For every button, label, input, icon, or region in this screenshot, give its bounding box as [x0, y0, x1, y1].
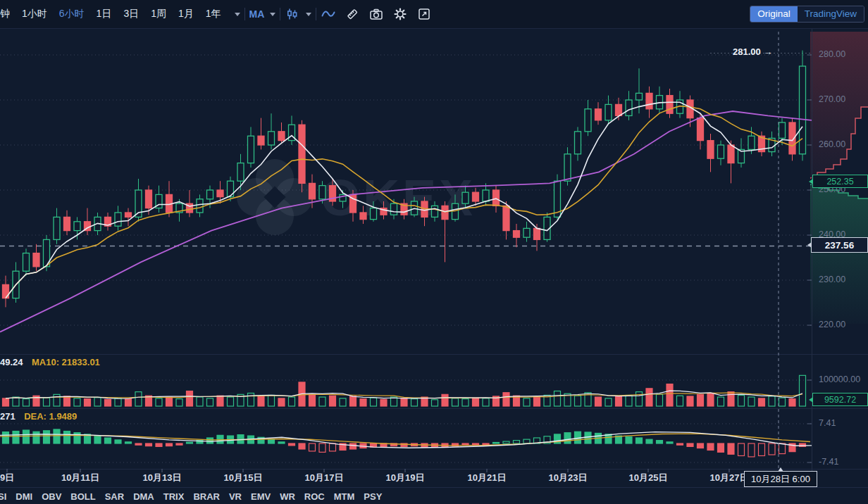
chart-style-dropdown[interactable]	[285, 6, 311, 22]
fullscreen-icon[interactable]	[416, 6, 432, 22]
price-tick-label: 280.00	[819, 49, 845, 59]
timeframe-1周[interactable]: 1周	[151, 8, 166, 20]
date-label: 10月27日	[710, 472, 749, 484]
indicator-tabs: SIDMIOBVBOLLSARDMATRIXBRARVREMVWRROCMTMP…	[0, 489, 382, 504]
price-tick-label: 220.00	[819, 320, 845, 329]
timeframe-1年[interactable]: 1年	[206, 8, 221, 20]
chevron-down-icon	[306, 13, 311, 16]
crosshair-price-tag: 237.56	[811, 237, 868, 253]
current-volume-tag: 9592.72	[812, 393, 868, 406]
indicator-tab-si[interactable]: SI	[0, 491, 6, 502]
chart-mode-toggle: Original TradingView	[750, 6, 864, 23]
macd-value: 271	[0, 411, 16, 422]
indicator-tab-dmi[interactable]: DMI	[16, 491, 32, 502]
macd-tick-bottom-label: -7.41	[819, 457, 839, 467]
line-chart-icon[interactable]	[321, 6, 336, 22]
price-tick-label: 270.00	[819, 94, 845, 104]
macd-dea-value: DEA: 1.9489	[24, 411, 77, 422]
date-label: 10月19日	[386, 472, 425, 484]
crosshair-time-label: 10月28日 6:00	[744, 471, 817, 487]
divider	[316, 8, 316, 20]
ma-dropdown[interactable]: MA	[249, 8, 276, 20]
timeframe-more-icon[interactable]	[235, 13, 240, 16]
timeframe-6小时[interactable]: 6小时	[59, 8, 85, 20]
indicator-tab-dma[interactable]: DMA	[133, 491, 154, 502]
indicator-tab-brar[interactable]: BRAR	[193, 491, 220, 502]
price-alert-label: 281.00 →	[733, 46, 772, 57]
ma-dropdown-label: MA	[249, 8, 265, 20]
date-label: 10月13日	[143, 472, 182, 484]
trading-chart-app: 钟1小时6小时1日3日1周1月1年 MA	[0, 0, 868, 504]
macd-pane-legend: 271 DEA: 1.9489	[0, 410, 77, 422]
volume-bars	[3, 375, 806, 406]
date-label: 10月15日	[224, 472, 263, 484]
volume-tick-label: 100000.00	[819, 374, 860, 384]
date-label: 10月17日	[305, 472, 344, 484]
volume-pane-legend: 49.24 MA10: 21833.01	[0, 355, 100, 368]
frame	[0, 28, 868, 488]
toolbar: 钟1小时6小时1日3日1周1月1年 MA	[0, 0, 868, 29]
mode-tradingview-button[interactable]: TradingView	[798, 6, 864, 22]
macd-tick-top-label: 7.41	[819, 418, 836, 428]
price-tick-label: 230.00	[819, 275, 845, 284]
indicator-tab-psy[interactable]: PSY	[364, 491, 382, 502]
candlestick-icon	[285, 6, 300, 22]
timeframe-1月[interactable]: 1月	[178, 8, 194, 20]
chevron-down-icon	[270, 13, 275, 16]
date-label: 10月21日	[468, 472, 507, 484]
indicator-tab-roc[interactable]: ROC	[304, 491, 325, 502]
camera-icon[interactable]	[368, 6, 384, 22]
gear-icon[interactable]	[392, 6, 408, 22]
indicator-tab-wr[interactable]: WR	[280, 491, 295, 502]
date-label: 10月25日	[629, 472, 668, 484]
date-label: 10月11日	[61, 472, 99, 484]
indicator-tab-emv[interactable]: EMV	[251, 491, 271, 502]
indicator-tab-trix[interactable]: TRIX	[163, 491, 185, 502]
price-tick-label: 260.00	[819, 139, 845, 149]
indicator-tab-obv[interactable]: OBV	[42, 491, 61, 502]
date-label: 9日	[0, 472, 14, 484]
indicator-tab-vr[interactable]: VR	[229, 491, 242, 502]
chart-canvas[interactable]: OKEX	[0, 0, 868, 504]
divider	[244, 8, 245, 20]
timeframe-3日[interactable]: 3日	[123, 8, 139, 20]
divider	[280, 8, 280, 20]
volume-ma10-value: MA10: 21833.01	[32, 357, 100, 367]
timeframe-1日[interactable]: 1日	[97, 8, 112, 20]
timeframe-bar: 钟1小时6小时1日3日1周1月1年	[0, 8, 240, 20]
current-price-tag: 252.35	[812, 175, 868, 188]
volume-value: 49.24	[0, 357, 23, 367]
timeframe-1小时[interactable]: 1小时	[22, 8, 47, 20]
timeframe-钟[interactable]: 钟	[0, 8, 10, 20]
indicator-tab-mtm[interactable]: MTM	[334, 491, 355, 502]
date-label: 10月23日	[549, 472, 588, 484]
mode-original-button[interactable]: Original	[750, 6, 798, 22]
indicator-tab-boll[interactable]: BOLL	[70, 491, 95, 502]
drawing-tools-icon[interactable]	[345, 6, 360, 22]
indicator-tab-sar[interactable]: SAR	[105, 491, 124, 502]
